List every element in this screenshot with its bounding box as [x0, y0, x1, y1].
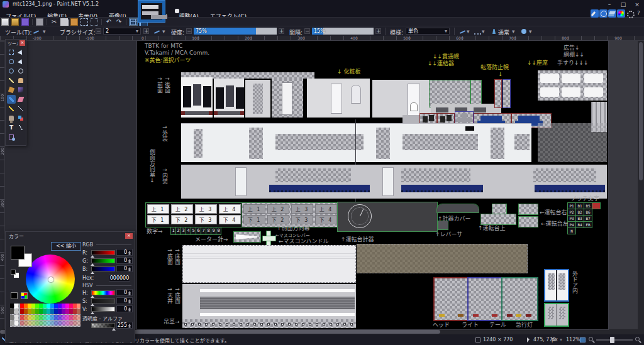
palette-swatch[interactable] — [14, 320, 18, 326]
tool-pan[interactable] — [16, 76, 25, 85]
tool-move-selected-pixels[interactable] — [16, 57, 25, 66]
copy-icon[interactable] — [60, 18, 68, 26]
unit-caret-icon[interactable]: ▾ — [560, 337, 562, 342]
alpha-slider[interactable] — [91, 323, 115, 328]
r-slider[interactable] — [91, 250, 115, 255]
tool-magic-wand[interactable] — [7, 76, 16, 85]
mini-color-pair[interactable] — [11, 270, 16, 275]
less-button[interactable]: << 縮小 — [51, 242, 81, 251]
brush-style-caret-icon[interactable]: ▾ — [162, 28, 165, 35]
spacing-minus-button[interactable]: − — [304, 28, 310, 34]
zoom-slider[interactable] — [596, 339, 633, 341]
current-color-swatch[interactable] — [11, 292, 18, 299]
antialias-caret-icon[interactable]: ▾ — [467, 28, 470, 35]
colors-panel-icon[interactable] — [617, 9, 625, 18]
tool-paintbrush[interactable] — [7, 95, 16, 104]
alpha-spinner[interactable]: 255 — [116, 322, 133, 329]
palette-swatch[interactable] — [14, 315, 18, 320]
primary-color-swatch[interactable] — [11, 246, 25, 260]
palette-swatch[interactable] — [10, 320, 14, 326]
tool-ellipse-select[interactable] — [7, 67, 16, 75]
minimize-button[interactable]: – — [602, 0, 616, 9]
tool-pencil[interactable] — [7, 104, 16, 113]
redo-icon[interactable]: ↷ — [115, 18, 123, 26]
zoom-out-icon[interactable] — [589, 337, 593, 341]
brush-size-minus-button[interactable]: − — [96, 28, 101, 34]
tools-window-close-icon[interactable]: × — [19, 40, 25, 46]
palette-swatch[interactable] — [77, 315, 80, 320]
spacing-plus-button[interactable]: + — [375, 28, 381, 34]
unit-dropdown[interactable]: px — [552, 337, 558, 342]
tool-clone-stamp[interactable] — [7, 114, 16, 123]
tool-caret-icon[interactable]: ▾ — [43, 28, 46, 35]
hardness-slider[interactable]: 75% — [194, 28, 277, 35]
pattern-dropdown[interactable]: 単色▾ — [406, 28, 450, 35]
palette-swatch[interactable] — [77, 304, 80, 309]
tools-panel-icon[interactable] — [591, 9, 599, 18]
palette-swatch[interactable] — [14, 304, 18, 309]
blend-mode-caret-icon[interactable]: ▾ — [512, 28, 515, 35]
color-wheel[interactable] — [26, 255, 75, 304]
close-button[interactable]: × — [630, 0, 644, 9]
pixel-grid-icon[interactable] — [130, 18, 137, 26]
palette-swatch[interactable] — [10, 309, 14, 314]
help-icon[interactable]: ? — [635, 9, 643, 18]
v-slider[interactable] — [91, 307, 115, 312]
palette-swatch[interactable] — [77, 309, 80, 314]
tool-line-curve[interactable] — [16, 123, 25, 132]
tool-shapes[interactable] — [7, 133, 16, 141]
v-spinner[interactable]: 0 — [116, 305, 133, 312]
spacing-slider[interactable]: 15% — [312, 28, 374, 35]
zoom-slider-thumb[interactable] — [610, 337, 614, 343]
tool-color-picker[interactable] — [16, 104, 25, 113]
h-spinner[interactable]: 0 — [116, 289, 133, 296]
palette-swatch[interactable] — [10, 304, 14, 309]
s-slider[interactable] — [91, 298, 115, 304]
palette-swatch[interactable] — [10, 315, 14, 320]
b-spinner[interactable]: 0 — [116, 265, 133, 272]
antialias-icon[interactable] — [459, 28, 466, 35]
print-icon[interactable] — [36, 18, 43, 26]
maximize-button[interactable]: □ — [616, 0, 630, 9]
h-slider[interactable] — [91, 290, 115, 295]
tool-rectangle-select[interactable] — [7, 48, 16, 57]
zoom-in-icon[interactable] — [635, 337, 640, 341]
cut-icon[interactable]: ✂ — [50, 18, 58, 26]
vertical-scrollbar[interactable] — [638, 41, 644, 329]
colors-window-close-icon[interactable]: × — [125, 233, 133, 239]
hex-input[interactable]: 000000 — [109, 275, 130, 282]
save-icon[interactable] — [21, 18, 29, 26]
palette-swatch[interactable] — [14, 309, 18, 314]
palette-menu-icon[interactable] — [21, 292, 28, 299]
tool-recolor[interactable] — [16, 114, 25, 123]
paste-icon[interactable] — [70, 18, 78, 26]
tool-eraser[interactable] — [16, 95, 25, 104]
sample-mode-caret-icon[interactable]: ▾ — [529, 28, 532, 35]
selection-mode-icon[interactable] — [474, 28, 481, 35]
g-slider[interactable] — [91, 258, 115, 263]
b-slider[interactable] — [91, 266, 115, 271]
brush-style-icon[interactable] — [153, 28, 160, 35]
sample-mode-icon[interactable] — [521, 28, 528, 35]
deselect-icon[interactable] — [91, 18, 98, 26]
history-panel-icon[interactable] — [599, 9, 608, 18]
image-tab[interactable] — [138, 0, 165, 23]
tool-paint-bucket[interactable] — [7, 85, 16, 94]
layers-panel-icon[interactable] — [608, 9, 616, 18]
palette-swatch[interactable] — [77, 320, 80, 326]
tool-move-selection[interactable] — [16, 48, 25, 57]
settings-icon[interactable] — [626, 9, 634, 18]
open-file-icon[interactable] — [11, 18, 19, 26]
zoom-fit-icon[interactable] — [580, 337, 586, 342]
new-file-icon[interactable] — [1, 18, 9, 26]
blend-mode-icon[interactable] — [491, 28, 497, 35]
s-spinner[interactable]: 0 — [116, 297, 133, 304]
tool-lasso-select[interactable] — [7, 57, 16, 66]
g-spinner[interactable]: 0 — [116, 257, 133, 264]
notification-icon[interactable] — [175, 9, 179, 13]
hardness-minus-button[interactable]: − — [186, 28, 192, 34]
tool-gradient[interactable] — [16, 85, 25, 94]
vertical-scrollbar-thumb[interactable] — [639, 42, 643, 180]
hardness-plus-button[interactable]: + — [279, 28, 284, 34]
canvas[interactable]: 上 1上 2上 3上 4下 1下 2下 3下 4 上 1上 2上 3上 4下 1… — [137, 41, 608, 329]
